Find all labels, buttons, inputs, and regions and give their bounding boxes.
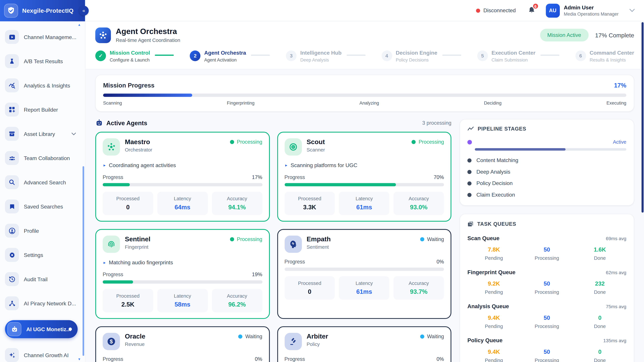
agent-role: Policy	[306, 342, 328, 347]
sidebar-item-asset-library[interactable]: Asset Library	[5, 126, 82, 141]
status-dot-icon	[420, 237, 424, 241]
user-name: Admin User	[564, 4, 618, 11]
step-command-center[interactable]: 6 Command Center Results & Insights	[575, 50, 634, 62]
notification-badge: 6	[532, 3, 539, 9]
policy-gavel-icon	[284, 333, 302, 350]
analytics-icon	[5, 78, 19, 92]
phase-label: Fingerprinting	[227, 100, 254, 105]
sidebar-item-team-collaboration[interactable]: Team Collaboration	[5, 151, 82, 165]
stat-latency: Latency61ms	[339, 192, 390, 215]
flask-icon	[5, 54, 19, 68]
activity-text: Matching audio fingerprints	[109, 259, 173, 266]
processing-count: 3 processing	[422, 120, 452, 126]
agent-card-oracle[interactable]: $ Oracle Revenue Waiting	[95, 326, 270, 362]
queue-pending: 9.2KPending	[468, 280, 520, 295]
step-intelligence-hub[interactable]: 3 Intelligence Hub Deep Analysis	[286, 50, 366, 62]
step-subtitle: Claim Submission	[492, 57, 536, 62]
queue-done: 1.6KDone	[574, 246, 626, 261]
user-menu-chevron-icon[interactable]	[629, 8, 635, 12]
mission-progress-percent: 17%	[614, 82, 626, 89]
queue-processing: 50Processing	[520, 314, 574, 329]
queue-policy: Policy Queue 135ms avg 9.4KPending 50Pro…	[468, 337, 626, 362]
progress-value: 17%	[252, 174, 262, 180]
sidebar-item-channel-management[interactable]: Channel Manageme...	[5, 29, 82, 44]
step-number: 5	[477, 50, 488, 61]
step-subtitle: Agent Activation	[204, 57, 246, 62]
step-number: 6	[575, 50, 586, 61]
sidebar-item-profile[interactable]: Profile	[5, 223, 82, 238]
sidebar-scrollbar[interactable]	[82, 166, 84, 356]
agent-card-sentinel[interactable]: Sentinel Fingerprint Processing ▸	[95, 229, 270, 319]
step-agent-orchestra[interactable]: 2 Agent Orchestra Agent Activation	[190, 50, 270, 62]
queue-done: 0Done	[574, 314, 626, 329]
step-connector	[251, 55, 270, 56]
sidebar-item-label: A/B Test Results	[24, 58, 63, 64]
sidebar-scroll-up-icon[interactable]: ▲	[78, 23, 81, 27]
step-decision-engine[interactable]: 4 Decision Engine Policy Decisions	[381, 50, 461, 62]
sidebar-item-report-builder[interactable]: Report Builder	[5, 102, 82, 117]
bookmark-icon	[5, 199, 19, 213]
stat-processed: Processed2.5K	[103, 289, 153, 312]
sidebar-item-label: Audit Trail	[24, 276, 48, 282]
step-number: 2	[190, 50, 200, 61]
step-connector	[442, 55, 461, 56]
queue-stack-icon	[468, 221, 474, 227]
status-dot-icon	[238, 335, 242, 339]
avatar[interactable]: AU	[546, 3, 560, 17]
sidebar-item-channel-growth-ai[interactable]: Channel Growth AI	[5, 348, 82, 362]
sidebar-item-label: Advanced Search	[24, 179, 66, 185]
notifications-button[interactable]: 6	[528, 6, 535, 14]
sidebar-item-settings[interactable]: Settings	[5, 248, 82, 262]
agent-status: Processing	[230, 138, 262, 156]
agent-card-scout[interactable]: Scout Scanner Processing ▸ Scann	[277, 132, 452, 222]
stat-latency: Latency58ms	[157, 289, 208, 312]
history-clock-icon	[5, 272, 19, 286]
step-title: Decision Engine	[396, 50, 438, 56]
sidebar-item-advanced-search[interactable]: Advanced Search	[5, 175, 82, 190]
sidebar-item-ai-piracy-network[interactable]: AI Piracy Network D...	[5, 296, 82, 311]
status-label: Processing	[418, 139, 444, 145]
status-label: Processing	[237, 139, 262, 145]
progress-value: 0%	[436, 356, 444, 362]
content-area: Mission Progress 17% Scanning Fingerprin…	[85, 69, 644, 362]
agent-card-empath[interactable]: Empath Sentiment Waiting Progress	[277, 229, 452, 319]
sidebar-item-ab-test-results[interactable]: A/B Test Results	[5, 54, 82, 68]
mission-progress-track	[103, 93, 626, 97]
step-mission-control[interactable]: ✓ Mission Control Configure & Launch	[95, 50, 174, 62]
sidebar-item-analytics-insights[interactable]: Analytics & Insights	[5, 78, 82, 93]
sidebar-item-saved-searches[interactable]: Saved Searches	[5, 199, 82, 214]
agent-card-maestro[interactable]: Maestro Orchestrator Processing ▸	[95, 132, 270, 222]
robot-icon	[8, 322, 21, 336]
sidebar-item-label: Channel Growth AI	[24, 352, 68, 358]
progress-value: 0%	[255, 356, 262, 362]
sidebar-item-label: Team Collaboration	[24, 155, 70, 161]
step-subtitle: Configure & Launch	[110, 57, 150, 62]
step-execution-center[interactable]: 5 Execution Center Claim Submission	[477, 50, 559, 62]
pipeline-progress-fill	[475, 148, 566, 151]
active-stage-label: Active	[613, 139, 626, 145]
queue-processing: 50Processing	[520, 280, 574, 295]
status-dot-icon	[412, 140, 416, 144]
page-scrollbar[interactable]	[642, 22, 644, 213]
progress-label: Progress	[284, 259, 305, 265]
sidebar-collapse-button[interactable]: «	[79, 6, 89, 15]
queue-name: Policy Queue	[468, 337, 502, 344]
agent-role: Orchestrator	[125, 147, 152, 153]
pipeline-stage-deep-analysis: Deep Analysis	[468, 169, 626, 175]
agent-activity: ▸ Coordinating agent activities	[104, 162, 262, 168]
report-builder-icon	[5, 103, 19, 116]
connection-status: Disconnected	[476, 7, 516, 13]
sidebar-scroll-down-icon[interactable]: ▼	[78, 358, 81, 361]
agents-grid: Maestro Orchestrator Processing ▸	[95, 132, 451, 362]
agent-card-arbiter[interactable]: Arbiter Policy Waiting Progress	[277, 326, 452, 362]
triangle-arrow-icon: ▸	[285, 163, 287, 167]
sidebar-item-ai-ugc-monetization[interactable]: AI UGC Monetiz...	[5, 320, 78, 338]
sidebar-item-audit-trail[interactable]: Audit Trail	[5, 272, 82, 286]
active-stage-dot-icon	[468, 140, 472, 144]
sidebar-item-label: Report Builder	[24, 107, 58, 113]
shield-check-icon	[7, 6, 15, 15]
agent-orchestra-icon	[95, 27, 111, 43]
step-title: Agent Orchestra	[204, 50, 246, 56]
progress-label: Progress	[284, 174, 305, 180]
agent-status: Waiting	[420, 333, 444, 350]
